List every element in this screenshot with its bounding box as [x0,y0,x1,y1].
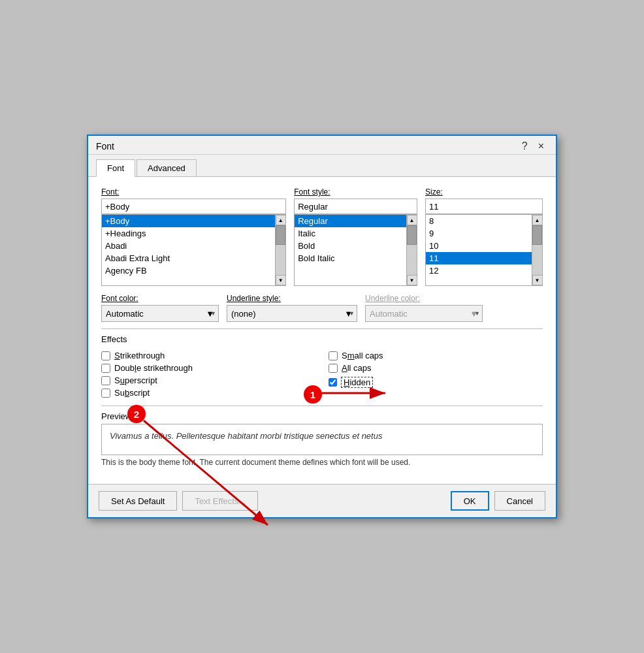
font-item-headings[interactable]: +Headings [102,227,275,240]
font-list-box[interactable]: +Body +Headings Abadi Abadi Extra Light … [101,214,286,286]
style-item-italic[interactable]: Italic [295,227,406,240]
underline-style-dropdown-wrap: (none) ▼ [227,305,357,322]
footer-right: OK Cancel [451,491,545,511]
font-color-label: Font color: [101,294,219,303]
font-scrollbar[interactable]: ▲ ▼ [275,215,285,285]
font-item-abadi-extra[interactable]: Abadi Extra Light [102,252,275,264]
title-bar-left: Font [96,141,114,151]
dialog-body: Font: +Body +Headings Abadi Abadi Extra … [88,176,556,484]
preview-with-arrow: Vivamus a tellus. Pellentesque habitant … [101,424,543,455]
style-list-items: Regular Italic Bold Bold Italic [295,215,406,285]
font-style-size-row: Font: +Body +Headings Abadi Abadi Extra … [101,187,543,286]
size-label: Size: [425,187,543,197]
dropdowns-row: Font color: Automatic ▼ Underline style:… [101,294,543,322]
size-list-items: 8 9 10 11 12 [426,215,532,285]
size-item-8[interactable]: 8 [426,215,532,227]
double-strikethrough-checkbox[interactable] [101,364,110,373]
font-color-dropdown-wrap: Automatic ▼ [101,305,219,322]
style-list-box[interactable]: Regular Italic Bold Bold Italic ▲ ▼ [294,214,417,286]
font-scroll-down[interactable]: ▼ [276,275,286,285]
chevron-down-icon: ▼ [344,309,353,319]
style-item-regular[interactable]: Regular [295,215,406,227]
dialog-title: Font [96,141,114,151]
size-item-10[interactable]: 10 [426,240,532,252]
strikethrough-row: Strikethrough [101,349,315,362]
close-button[interactable]: × [534,141,548,151]
underline-style-dropdown[interactable]: (none) ▼ [227,305,357,322]
underline-style-group: Underline style: (none) ▼ [227,294,357,322]
style-scroll-track[interactable] [407,225,417,275]
style-item-bold-italic[interactable]: Bold Italic [295,252,406,264]
set-default-button[interactable]: Set As Default [99,491,177,511]
double-strikethrough-label: Double strikethrough [114,363,193,373]
font-dialog: Font ? × Font Advanced Font: [87,135,557,518]
title-bar-right: ? × [518,141,548,151]
size-scroll-up[interactable]: ▲ [532,215,543,225]
small-caps-row: Small caps [329,349,543,362]
all-caps-row: All caps [329,362,543,374]
size-input[interactable] [425,199,543,214]
size-scroll-thumb [532,225,542,245]
underline-color-dropdown-wrap: Automatic ▼ [365,305,483,322]
font-list-items: +Body +Headings Abadi Abadi Extra Light … [102,215,275,285]
size-list-box[interactable]: 8 9 10 11 12 ▲ ▼ [425,214,543,286]
style-input[interactable] [294,199,417,214]
style-label: Font style: [294,187,417,197]
text-effects-button[interactable]: Text Effects... [182,491,258,511]
underline-style-label: Underline style: [227,294,357,303]
all-caps-checkbox[interactable] [329,364,338,373]
effects-label: Effects [101,334,543,344]
style-item-bold[interactable]: Bold [295,240,406,252]
subscript-label: Subscript [114,388,150,398]
divider-1 [101,328,543,329]
divider-2 [101,406,543,406]
effects-right: Small caps All caps Hidden [329,349,543,399]
font-item-body[interactable]: +Body [102,215,275,227]
font-item-abadi[interactable]: Abadi [102,240,275,252]
subscript-row: Subscript [101,387,315,399]
preview-section: Preview 2 Vivamus a tellus. Pellentesque… [101,411,543,467]
font-group: Font: +Body +Headings Abadi Abadi Extra … [101,187,286,286]
style-scrollbar[interactable]: ▲ ▼ [406,215,417,285]
size-group: Size: 8 9 10 11 12 ▲ [425,187,543,286]
size-scroll-track[interactable] [532,225,542,275]
superscript-label: Superscript [114,375,157,385]
small-caps-checkbox[interactable] [329,351,338,360]
tab-advanced[interactable]: Advanced [137,159,197,177]
size-scroll-down[interactable]: ▼ [532,275,543,285]
strikethrough-label: Strikethrough [114,351,165,360]
annotation-circle-1: 1 [304,385,322,404]
style-scroll-thumb [407,225,417,245]
superscript-row: Superscript [101,374,315,387]
hidden-row: Hidden [329,375,543,389]
font-label: Font: [101,187,286,197]
style-scroll-down[interactable]: ▼ [407,275,417,285]
font-scroll-up[interactable]: ▲ [276,215,286,225]
size-item-12[interactable]: 12 [426,264,532,277]
font-color-dropdown[interactable]: Automatic ▼ [101,305,219,322]
tab-font[interactable]: Font [96,159,135,177]
font-color-group: Font color: Automatic ▼ [101,294,219,322]
superscript-checkbox[interactable] [101,376,110,385]
effects-grid: Strikethrough Double strikethrough Super… [101,349,543,399]
size-item-11[interactable]: 11 [426,252,532,264]
small-caps-label: Small caps [342,351,383,360]
font-input[interactable] [101,199,286,214]
help-button[interactable]: ? [518,141,532,151]
font-item-agency[interactable]: Agency FB [102,264,275,277]
dialog-footer: Set As Default Text Effects... OK Cancel [88,484,556,517]
hidden-checkbox[interactable] [329,378,337,387]
size-scrollbar[interactable]: ▲ ▼ [532,215,542,285]
font-scroll-track[interactable] [276,225,285,275]
subscript-checkbox[interactable] [101,389,110,398]
style-scroll-up[interactable]: ▲ [407,215,417,225]
cancel-button[interactable]: Cancel [494,491,545,511]
effects-and-annotations: Strikethrough Double strikethrough Super… [101,349,543,399]
underline-color-dropdown[interactable]: Automatic ▼ [365,305,483,322]
style-group: Font style: Regular Italic Bold Bold Ita… [294,187,417,286]
font-scroll-thumb [276,225,285,245]
size-item-9[interactable]: 9 [426,227,532,240]
ok-button[interactable]: OK [451,491,489,511]
chevron-down-icon: ▼ [206,309,214,319]
strikethrough-checkbox[interactable] [101,351,110,360]
